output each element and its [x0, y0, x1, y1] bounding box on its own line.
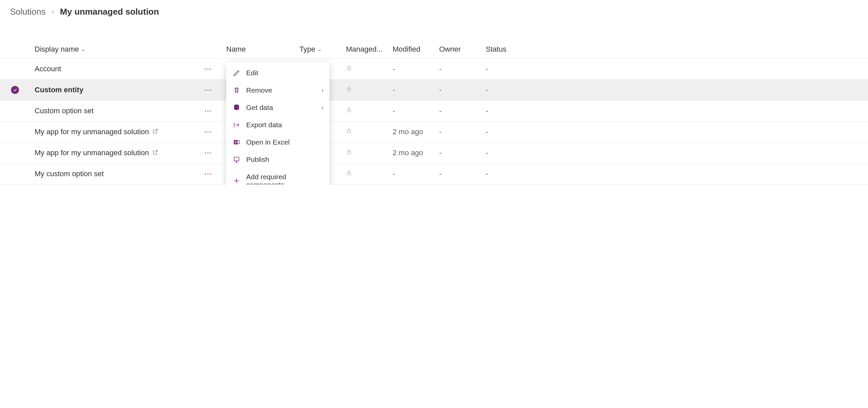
breadcrumb: Solutions › My unmanaged solution: [0, 0, 868, 20]
column-status[interactable]: Status: [486, 40, 868, 59]
menu-item-label: Export data: [246, 121, 282, 129]
menu-item-label: Add required components: [246, 173, 323, 184]
database-icon: [233, 104, 240, 111]
table-row[interactable]: Custom entity⋯---: [0, 80, 868, 100]
svg-rect-2: [348, 110, 351, 112]
cell-status: -: [486, 80, 868, 100]
cell-modified: 2 mo ago: [393, 143, 439, 164]
cell-display-name[interactable]: Account⋯: [30, 59, 226, 80]
plus-icon: [233, 177, 240, 184]
cell-owner: -: [439, 59, 486, 80]
cell-modified: -: [393, 59, 439, 80]
cell-owner: -: [439, 164, 486, 184]
cell-status: -: [486, 100, 868, 122]
row-select-cell[interactable]: [0, 100, 30, 122]
column-modified[interactable]: Modified: [393, 40, 439, 59]
lock-icon: [346, 149, 352, 157]
solution-components-table: Display name⌄ Name Type⌄ Managed... Modi…: [0, 40, 868, 184]
export-icon: [233, 121, 240, 128]
cell-managed: [346, 143, 393, 164]
cell-modified: -: [393, 100, 439, 122]
cell-managed: [346, 100, 393, 122]
menu-item-label: Edit: [246, 69, 258, 77]
row-select-cell[interactable]: [0, 143, 30, 164]
publish-icon: [233, 156, 240, 163]
table-row[interactable]: My app for my unmanaged solution⋯ensior2…: [0, 143, 868, 164]
svg-rect-5: [348, 173, 351, 175]
row-select-cell[interactable]: [0, 164, 30, 184]
chevron-down-icon: ⌄: [81, 46, 85, 52]
cell-modified: 2 mo ago: [393, 122, 439, 143]
chevron-right-icon: ›: [321, 87, 323, 94]
trash-icon: [233, 87, 240, 94]
table-row[interactable]: My custom option set⋯et---: [0, 164, 868, 184]
column-display-name[interactable]: Display name⌄: [30, 40, 226, 59]
cell-managed: [346, 122, 393, 143]
column-name[interactable]: Name: [226, 40, 300, 59]
menu-item-publish[interactable]: Publish: [226, 151, 329, 168]
menu-item-edit[interactable]: Edit: [226, 64, 329, 82]
row-context-menu: Edit Remove › Get data › Export data Ope…: [226, 62, 329, 184]
svg-rect-4: [348, 151, 351, 154]
menu-item-label: Open in Excel: [246, 138, 290, 146]
column-owner[interactable]: Owner: [439, 40, 486, 59]
cell-owner: -: [439, 143, 486, 164]
cell-display-name[interactable]: My custom option set⋯: [30, 164, 226, 184]
cell-display-name[interactable]: My app for my unmanaged solution⋯: [30, 143, 226, 164]
cell-display-name[interactable]: My app for my unmanaged solution⋯: [30, 122, 226, 143]
column-type[interactable]: Type⌄: [300, 40, 346, 59]
svg-rect-0: [348, 68, 351, 70]
menu-item-label: Remove: [246, 86, 272, 94]
table-row[interactable]: Custom option set⋯et---: [0, 100, 868, 122]
cell-status: -: [486, 122, 868, 143]
menu-item-label: Get data: [246, 104, 273, 112]
menu-item-export-data[interactable]: Export data: [226, 116, 329, 134]
row-select-cell[interactable]: [0, 80, 30, 100]
breadcrumb-parent-link[interactable]: Solutions: [10, 7, 45, 17]
breadcrumb-current: My unmanaged solution: [60, 7, 159, 17]
table-row[interactable]: My app for my unmanaged solution⋯iven A2…: [0, 122, 868, 143]
cell-status: -: [486, 59, 868, 80]
row-more-actions[interactable]: ⋯: [204, 86, 222, 94]
cell-owner: -: [439, 122, 486, 143]
lock-icon: [346, 86, 352, 94]
svg-rect-1: [348, 89, 351, 91]
cell-managed: [346, 59, 393, 80]
row-select-cell[interactable]: [0, 122, 30, 143]
cell-status: -: [486, 164, 868, 184]
menu-item-remove[interactable]: Remove ›: [226, 82, 329, 99]
column-select[interactable]: [0, 40, 30, 59]
column-managed[interactable]: Managed...: [346, 40, 393, 59]
cell-display-name[interactable]: Custom entity⋯: [30, 80, 226, 100]
lock-icon: [346, 107, 352, 115]
lock-icon: [346, 65, 352, 73]
open-external-icon: [152, 149, 158, 157]
row-more-actions[interactable]: ⋯: [204, 170, 222, 178]
row-select-cell[interactable]: [0, 59, 30, 80]
lock-icon: [346, 127, 352, 136]
cell-managed: [346, 164, 393, 184]
cell-status: -: [486, 143, 868, 164]
chevron-right-icon: ›: [321, 104, 323, 111]
menu-item-add-required-components[interactable]: Add required components: [226, 168, 329, 184]
lock-icon: [346, 170, 352, 178]
table-row[interactable]: Account⋯accountEntity---: [0, 59, 868, 80]
cell-owner: -: [439, 100, 486, 122]
cell-modified: -: [393, 164, 439, 184]
menu-item-get-data[interactable]: Get data ›: [226, 99, 329, 116]
row-more-actions[interactable]: ⋯: [204, 149, 222, 157]
cell-display-name[interactable]: Custom option set⋯: [30, 100, 226, 122]
cell-modified: -: [393, 80, 439, 100]
menu-item-label: Publish: [246, 155, 269, 164]
cell-managed: [346, 80, 393, 100]
chevron-right-icon: ›: [52, 8, 54, 16]
row-more-actions[interactable]: ⋯: [204, 107, 222, 115]
chevron-down-icon: ⌄: [317, 46, 322, 52]
pencil-icon: [233, 69, 240, 77]
row-more-actions[interactable]: ⋯: [204, 127, 222, 136]
menu-item-open-in-excel[interactable]: Open in Excel: [226, 134, 329, 151]
excel-icon: [233, 139, 240, 146]
row-more-actions[interactable]: ⋯: [204, 65, 222, 73]
svg-rect-8: [234, 157, 239, 161]
cell-owner: -: [439, 80, 486, 100]
